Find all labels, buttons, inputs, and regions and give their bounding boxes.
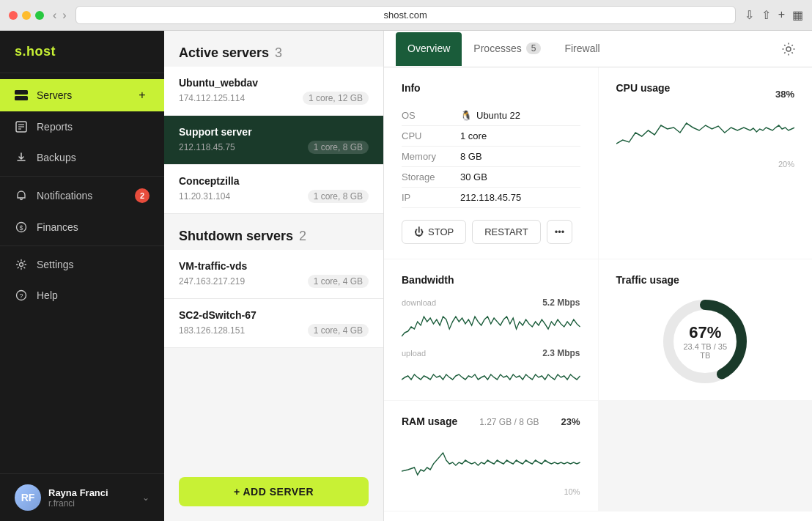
sidebar-item-finances[interactable]: $ Finances xyxy=(0,212,164,243)
sidebar-item-backups[interactable]: Backups xyxy=(0,142,164,173)
cpu-usage-panel: CPU usage 38% 20% xyxy=(599,67,813,259)
os-icon: 🐧 xyxy=(460,110,472,121)
new-tab-icon[interactable]: + xyxy=(778,8,785,22)
server-meta: 183.126.128.151 1 core, 4 GB xyxy=(179,324,369,337)
minimize-button[interactable] xyxy=(22,11,31,20)
server-ip: 212.118.45.75 xyxy=(179,142,235,152)
server-meta: 247.163.217.219 1 core, 4 GB xyxy=(179,275,369,288)
notifications-badge: 2 xyxy=(135,188,150,203)
tab-processes[interactable]: Processes 5 xyxy=(462,32,553,66)
server-card-ubuntu[interactable]: Ubuntu_webdav 174.112.125.114 1 core, 12… xyxy=(164,67,383,116)
traffic-title: Traffic usage xyxy=(616,274,679,286)
address-bar[interactable]: shost.com xyxy=(75,6,736,24)
maximize-button[interactable] xyxy=(35,11,44,20)
chevron-down-icon: ⌄ xyxy=(142,492,150,503)
back-icon[interactable]: ‹ xyxy=(53,9,56,22)
server-icon xyxy=(15,89,28,102)
server-specs: 1 core, 4 GB xyxy=(308,324,369,337)
server-name: Ubuntu_webdav xyxy=(179,77,369,89)
browser-actions: ⇩ ⇧ + ▦ xyxy=(745,8,803,22)
stop-button[interactable]: ⏻ STOP xyxy=(402,220,466,244)
more-button[interactable]: ••• xyxy=(547,220,573,244)
reports-label: Reports xyxy=(37,121,150,133)
sidebar: s.host Servers + xyxy=(0,31,164,521)
tabs-icon[interactable]: ▦ xyxy=(792,8,803,22)
shutdown-servers-title: Shutdown servers 2 xyxy=(179,229,369,244)
tab-overview[interactable]: Overview xyxy=(396,32,462,66)
processes-count: 5 xyxy=(526,43,542,54)
sidebar-user[interactable]: RF Rayna Franci r.franci ⌄ xyxy=(0,473,164,521)
sidebar-item-notifications[interactable]: Notifications 2 xyxy=(0,180,164,212)
sidebar-item-settings[interactable]: Settings xyxy=(0,249,164,280)
forward-icon[interactable]: › xyxy=(62,9,66,22)
bandwidth-title: Bandwidth xyxy=(402,274,580,286)
donut-label: 67% 23.4 TB / 35 TB xyxy=(683,323,727,360)
download-label: download xyxy=(402,298,436,307)
sidebar-item-help[interactable]: ? Help xyxy=(0,280,164,311)
share-icon[interactable]: ⇧ xyxy=(761,8,771,22)
os-value: 🐧 Ubuntu 22 xyxy=(460,110,520,121)
gear-icon xyxy=(15,258,28,271)
user-name: Rayna Franci xyxy=(48,487,135,498)
ram-usage-panel: RAM usage 1.27 GB / 8 GB 23% 10% xyxy=(384,401,598,511)
server-meta: 11.20.31.104 1 core, 8 GB xyxy=(179,190,369,203)
info-row-memory: Memory 8 GB xyxy=(402,147,580,167)
sidebar-divider-2 xyxy=(0,245,164,246)
sidebar-divider-1 xyxy=(0,176,164,177)
server-specs: 1 core, 4 GB xyxy=(308,275,369,288)
server-name: Support server xyxy=(179,126,369,138)
right-panel: Overview Processes 5 Firewall xyxy=(384,31,812,521)
svg-rect-0 xyxy=(15,90,28,95)
server-name: VM-traffic-vds xyxy=(179,260,369,272)
upload-label-row: upload 2.3 Mbps xyxy=(402,348,580,358)
svg-point-8 xyxy=(20,263,23,267)
server-specs: 1 core, 8 GB xyxy=(308,190,369,203)
info-row-cpu: CPU 1 core xyxy=(402,126,580,147)
power-icon: ⏻ xyxy=(414,226,424,237)
settings-label: Settings xyxy=(37,259,150,270)
upload-label: upload xyxy=(402,349,426,358)
sidebar-item-servers[interactable]: Servers + xyxy=(0,79,164,111)
add-server-button[interactable]: + ADD SERVER xyxy=(179,477,369,506)
svg-point-11 xyxy=(786,47,791,51)
server-card-support[interactable]: Support server 212.118.45.75 1 core, 8 G… xyxy=(164,116,383,165)
upload-speed: 2.3 Mbps xyxy=(542,348,580,358)
bandwidth-chart: download 5.2 Mbps upload 2.3 Mbps xyxy=(402,298,580,385)
donut-chart: 67% 23.4 TB / 35 TB xyxy=(661,298,749,385)
app-logo: s.host xyxy=(0,31,164,73)
ram-percent-secondary: 10% xyxy=(564,487,580,496)
bell-icon xyxy=(15,189,28,202)
restart-button[interactable]: RESTART xyxy=(472,220,540,244)
server-ip: 183.126.128.151 xyxy=(179,325,245,336)
notifications-label: Notifications xyxy=(37,190,126,202)
svg-rect-1 xyxy=(15,96,28,100)
ram-total: 1.27 GB / 8 GB xyxy=(479,417,539,427)
close-button[interactable] xyxy=(9,11,18,20)
dollar-icon: $ xyxy=(15,221,28,234)
active-servers-section: Active servers 3 xyxy=(164,31,383,67)
add-server-icon[interactable]: + xyxy=(135,88,150,103)
server-card-vm-traffic[interactable]: VM-traffic-vds 247.163.217.219 1 core, 4… xyxy=(164,250,383,299)
ram-title: RAM usage xyxy=(402,415,457,427)
server-card-sc2[interactable]: SC2-dSwitch-67 183.126.128.151 1 core, 4… xyxy=(164,299,383,348)
help-label: Help xyxy=(37,289,150,301)
avatar: RF xyxy=(15,484,41,511)
tab-settings-icon[interactable] xyxy=(777,37,800,61)
server-ip: 247.163.217.219 xyxy=(179,276,245,287)
server-specs: 1 core, 12 GB xyxy=(303,92,369,105)
server-card-conceptzilla[interactable]: Conceptzilla 11.20.31.104 1 core, 8 GB xyxy=(164,165,383,214)
shutdown-servers-section: Shutdown servers 2 xyxy=(164,214,383,250)
tab-firewall[interactable]: Firewall xyxy=(553,32,611,66)
os-label: OS xyxy=(402,110,460,121)
traffic-percent: 67% xyxy=(683,323,727,342)
server-specs: 1 core, 8 GB xyxy=(308,141,369,154)
storage-value: 30 GB xyxy=(460,171,487,182)
sidebar-nav: Servers + Reports xyxy=(0,73,164,473)
cpu-value: 1 core xyxy=(460,130,487,141)
sidebar-item-reports[interactable]: Reports xyxy=(0,111,164,142)
finances-label: Finances xyxy=(37,221,150,233)
browser-nav: ‹ › xyxy=(53,9,67,22)
download-icon[interactable]: ⇩ xyxy=(745,8,754,22)
shutdown-servers-count: 2 xyxy=(299,229,306,244)
active-servers-count: 3 xyxy=(275,45,282,61)
